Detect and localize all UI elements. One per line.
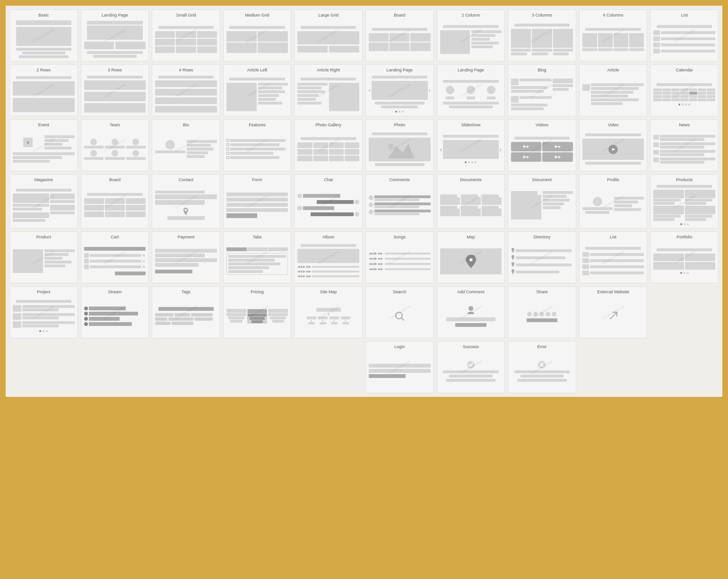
card-form[interactable]: Form Creative Market	[223, 174, 292, 228]
card-article-left[interactable]: Article Left Creative Market	[223, 64, 292, 116]
card-basic[interactable]: Basic Creative Market	[9, 9, 78, 61]
card-directory[interactable]: Directory Cr	[508, 231, 576, 283]
card-four-columns[interactable]: 4 Columns	[579, 9, 648, 61]
card-landing-page3[interactable]: Landing Page Creative Market	[437, 64, 505, 116]
card-board[interactable]: Board Creative Market	[365, 9, 434, 61]
card-event[interactable]: Event 8 Creative Market	[9, 119, 78, 171]
card-landing-page2[interactable]: Landing Page ‹ › Creative Market	[365, 64, 434, 116]
card-video[interactable]: Video ▶ Creative Market	[579, 119, 648, 171]
card-list[interactable]: List Creative Market	[650, 9, 719, 61]
card-chat[interactable]: Chat Creativ	[294, 174, 363, 228]
card-large-grid[interactable]: Large Grid Creative Market	[294, 9, 363, 61]
card-two-rows[interactable]: 2 Rows Creative Market	[9, 64, 78, 116]
card-products[interactable]: Products	[650, 174, 719, 228]
card-three-rows[interactable]: 3 Rows Creative Market	[81, 64, 149, 116]
card-bio[interactable]: Bio Creative Market	[152, 119, 220, 171]
card-board2[interactable]: Board Creati	[81, 174, 149, 228]
card-project[interactable]: Project	[9, 286, 78, 338]
svg-point-8	[467, 361, 475, 368]
card-product[interactable]: Product Creative Market	[9, 231, 78, 283]
card-search[interactable]: Search Creative Market	[365, 286, 434, 338]
card-two-column[interactable]: 2 Column Creative Market	[437, 9, 505, 61]
card-medium-grid[interactable]: Medium Grid Creative Market	[223, 9, 292, 61]
card-comments[interactable]: Comments	[365, 174, 434, 228]
card-success[interactable]: Success Creative Market	[437, 341, 505, 393]
card-map[interactable]: Map Creative Market	[437, 231, 505, 283]
card-pricing[interactable]: Pricing Creative Ma	[223, 286, 292, 338]
card-article-right[interactable]: Article Right Creative Market	[294, 64, 363, 116]
card-add-comment[interactable]: Add Comment Creative Market	[437, 286, 505, 338]
card-article[interactable]: Article Creative Market	[579, 64, 648, 116]
card-slideshow[interactable]: Slideshow ‹ › Creative Market	[437, 119, 505, 171]
card-cart[interactable]: Cart ✕ ✕ ✕	[81, 231, 149, 283]
svg-point-2	[388, 143, 394, 149]
svg-line-7	[610, 312, 617, 319]
card-news[interactable]: News Creative Market	[650, 119, 719, 171]
card-album[interactable]: Album ◀◀ ▶ ▶▶ ◀◀ ▶ ▶▶ ◀◀ ▶	[294, 231, 363, 283]
card-videos[interactable]: Videos ▶ ▶ ▶ ▶ Creative Market	[508, 119, 576, 171]
svg-point-4	[469, 258, 473, 261]
card-magazine[interactable]: Magazine Creative Market	[9, 174, 78, 228]
card-tags[interactable]: Tags Creative Market	[152, 286, 220, 338]
card-external-website[interactable]: External Website Creative Market	[579, 286, 648, 338]
card-share[interactable]: Share Creative Market	[508, 286, 576, 338]
card-calendar[interactable]: Calendar	[650, 64, 719, 116]
card-features[interactable]: Features Creative Market	[223, 119, 292, 171]
card-login[interactable]: Login Creative Market	[365, 341, 434, 393]
card-profile[interactable]: Profile Creative Market	[579, 174, 648, 228]
wireframe-grid: Basic Creative Market Landing Page Creat…	[6, 6, 722, 397]
card-blog[interactable]: Blog	[508, 64, 576, 116]
card-contact[interactable]: Contact Creative Market	[152, 174, 220, 228]
card-songs[interactable]: Songs ◀◀ ▶ ▶▶ ◀◀ ▶ ▶▶ ◀◀ ▶ ▶▶	[365, 231, 434, 283]
card-photo[interactable]: Photo Creative Market	[365, 119, 434, 171]
card-payment[interactable]: Payment Creative Market	[152, 231, 220, 283]
svg-line-6	[401, 318, 404, 320]
card-error[interactable]: Error Creative Market	[508, 341, 576, 393]
card-list2[interactable]: List Creative Market	[579, 231, 648, 283]
card-portfolio[interactable]: Portfolio Creative Market	[650, 231, 719, 283]
card-small-grid[interactable]: Small Grid Creative Market	[152, 9, 220, 61]
card-team[interactable]: Team	[81, 119, 149, 171]
card-documents[interactable]: Documents	[437, 174, 505, 228]
card-photo-gallery[interactable]: Photo Gallery Creative Market	[294, 119, 363, 171]
card-tabs[interactable]: Tabs Creative Market	[223, 231, 292, 283]
card-document[interactable]: Document Creative Market	[508, 174, 576, 228]
card-four-rows[interactable]: 4 Rows Creative Market	[152, 64, 220, 116]
card-stream[interactable]: Stream Creat	[81, 286, 149, 338]
card-site-map[interactable]: Site Map	[294, 286, 363, 338]
card-landing-page[interactable]: Landing Page Creative Market	[81, 9, 149, 61]
card-three-columns[interactable]: 3 Columns Creative Market	[508, 9, 576, 61]
